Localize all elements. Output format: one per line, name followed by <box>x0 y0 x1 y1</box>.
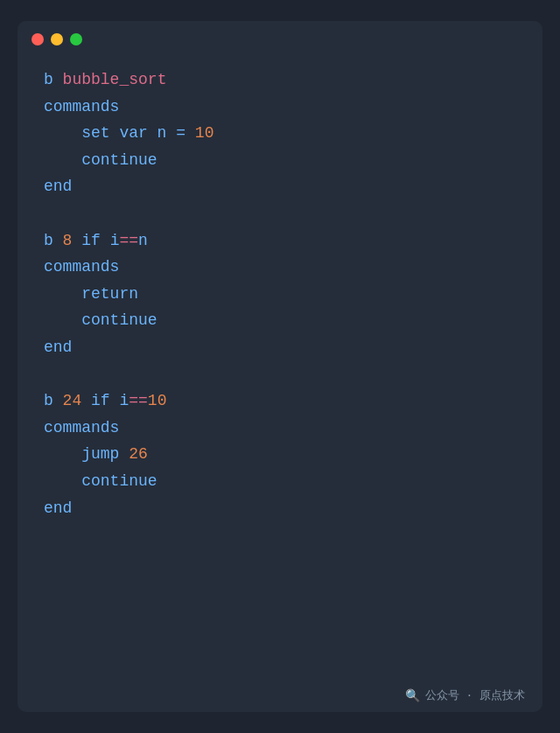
code-line: commands <box>44 254 516 281</box>
code-line: end <box>44 173 516 200</box>
code-blank <box>44 200 516 227</box>
code-line: return <box>44 281 516 308</box>
code-line: set var n = 10 <box>44 120 516 147</box>
code-line: commands <box>44 415 516 442</box>
code-line: jump 26 <box>44 441 516 468</box>
code-line: b bubble_sort <box>44 66 516 94</box>
code-area: b bubble_sort commands set var n = 10 co… <box>18 58 542 679</box>
code-line: b 8 if i==n <box>44 227 516 255</box>
code-line: end <box>44 334 516 361</box>
code-line: continue <box>44 307 516 334</box>
code-line: continue <box>44 468 516 495</box>
footer-text: 公众号 · 原点技术 <box>425 688 525 703</box>
code-line: commands <box>44 94 516 121</box>
title-bar <box>18 21 542 58</box>
footer-icon: 🔍 <box>405 688 420 703</box>
terminal-window: b bubble_sort commands set var n = 10 co… <box>18 21 542 712</box>
footer: 🔍 公众号 · 原点技术 <box>18 679 542 712</box>
code-line: b 24 if i==10 <box>44 387 516 415</box>
minimize-button[interactable] <box>51 33 63 45</box>
code-line: continue <box>44 147 516 174</box>
code-blank <box>44 361 516 388</box>
close-button[interactable] <box>32 33 44 45</box>
code-line: end <box>44 495 516 522</box>
maximize-button[interactable] <box>70 33 82 45</box>
